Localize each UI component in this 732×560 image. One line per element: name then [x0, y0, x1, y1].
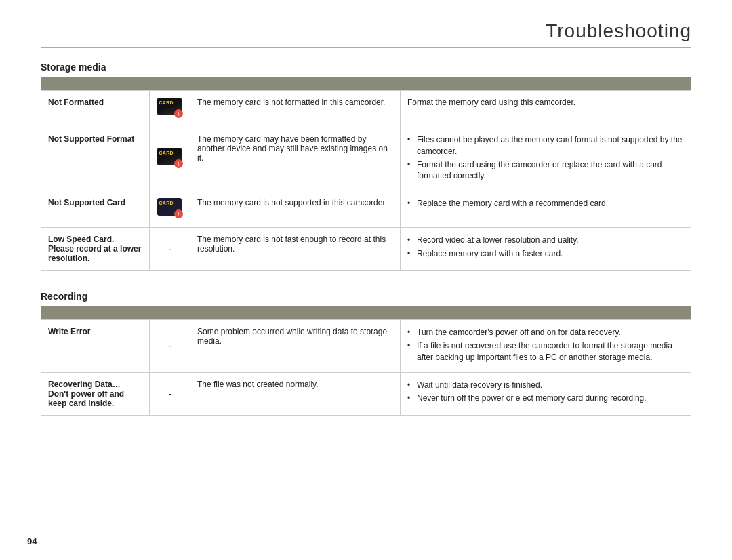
card-body-text: CARD — [159, 100, 174, 105]
bullet-item: If a file is not recovered use the camco… — [407, 340, 684, 363]
solution-cell: Replace the memory card with a recommend… — [401, 191, 691, 228]
solution-cell: Turn the camcorder's power off and on fo… — [401, 320, 691, 372]
table-row: Not Formatted CARD ! The memory card is … — [41, 91, 691, 127]
bullet-list: Wait until data recovery is finished. Ne… — [407, 380, 684, 405]
table-row: Low Speed Card.Please record at a lower … — [41, 228, 691, 271]
label-cell: Not Supported Card — [41, 191, 150, 228]
label-cell: Write Error — [41, 320, 150, 372]
bullet-list: Files cannot be played as the memory car… — [407, 134, 684, 182]
bullet-item: Replace the memory card with a recommend… — [407, 198, 684, 209]
card-exclaim-icon: ! — [174, 159, 183, 168]
desc-cell: The memory card is not fast enough to re… — [190, 228, 401, 271]
storage-table-header — [41, 77, 691, 91]
bullet-item: Format the card using the camcorder or r… — [407, 159, 684, 182]
storage-table: Not Formatted CARD ! The memory card is … — [41, 77, 691, 271]
recording-table: Write Error - Some problem occurred whil… — [41, 306, 691, 415]
icon-cell: CARD ! — [150, 127, 190, 191]
page-container: Troubleshooting Storage media Not Format… — [0, 0, 732, 463]
icon-cell: - — [150, 320, 190, 372]
solution-cell: Wait until data recovery is finished. Ne… — [401, 372, 691, 415]
table-row: Write Error - Some problem occurred whil… — [41, 320, 691, 372]
card-exclaim-icon: ! — [174, 109, 183, 118]
page-title: Troubleshooting — [546, 20, 691, 41]
storage-section-heading: Storage media — [41, 62, 691, 73]
solution-cell: Files cannot be played as the memory car… — [401, 127, 691, 191]
card-body-text: CARD — [159, 151, 174, 155]
table-row: Not Supported Format CARD ! The memory c… — [41, 127, 691, 191]
table-row: Not Supported Card CARD ! The memory car… — [41, 191, 691, 228]
label-cell: Not Supported Format — [41, 127, 150, 191]
desc-cell: The file was not created normally. — [190, 372, 401, 415]
bullet-list: Replace the memory card with a recommend… — [407, 198, 684, 209]
recording-section-heading: Recording — [41, 291, 691, 302]
bullet-item: Replace memory card with a faster card. — [407, 248, 684, 260]
title-bar: Troubleshooting — [41, 20, 691, 48]
label-cell: Recovering Data…Don't power off and keep… — [41, 372, 150, 415]
icon-cell: CARD ! — [150, 191, 190, 228]
table-row: Recovering Data…Don't power off and keep… — [41, 372, 691, 415]
label-cell: Not Formatted — [41, 91, 150, 127]
desc-cell: The memory card may have been formatted … — [190, 127, 401, 191]
bullet-item: Files cannot be played as the memory car… — [407, 134, 684, 157]
recording-header-cell — [41, 306, 691, 320]
bullet-item: Wait until data recovery is finished. — [407, 380, 684, 391]
icon-cell: - — [150, 228, 190, 271]
desc-cell: The memory card is not formatted in this… — [190, 91, 401, 127]
solution-cell: Record video at a lower resolution and u… — [401, 228, 691, 271]
bullet-list: Turn the camcorder's power off and on fo… — [407, 327, 684, 363]
desc-cell: The memory card is not supported in this… — [190, 191, 401, 228]
card-icon-not-supported-card: CARD ! — [157, 198, 183, 218]
bullet-list: Record video at a lower resolution and u… — [407, 235, 684, 260]
page-number: 94 — [27, 536, 37, 546]
bullet-item: Record video at a lower resolution and u… — [407, 235, 684, 246]
card-icon-not-supported-format: CARD ! — [157, 148, 183, 168]
icon-cell: - — [150, 372, 190, 415]
desc-cell: Some problem occurred while writing data… — [190, 320, 401, 372]
recording-table-header — [41, 306, 691, 320]
card-body-text: CARD — [159, 201, 174, 205]
solution-cell: Format the memory card using this camcor… — [401, 91, 691, 127]
card-exclaim-icon: ! — [174, 209, 183, 218]
label-cell: Low Speed Card.Please record at a lower … — [41, 228, 150, 271]
bullet-item: Turn the camcorder's power off and on fo… — [407, 327, 684, 338]
bullet-item: Never turn off the power or e ect memory… — [407, 393, 684, 404]
icon-cell: CARD ! — [150, 91, 190, 127]
storage-header-cell — [41, 77, 691, 91]
card-icon-not-formatted: CARD ! — [157, 98, 183, 118]
